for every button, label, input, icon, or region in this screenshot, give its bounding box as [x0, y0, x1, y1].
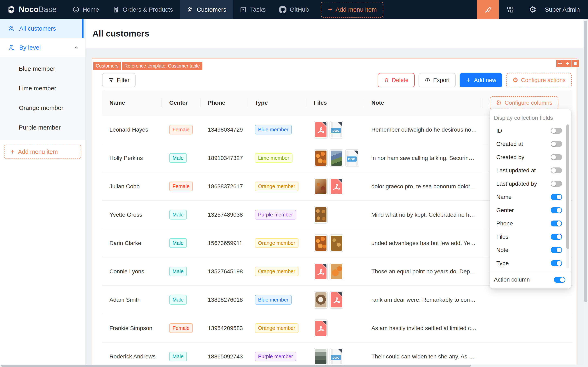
cell-files: DOC [307, 121, 364, 139]
action-column-row[interactable]: Action column [490, 271, 571, 288]
add-new-button[interactable]: Add new [460, 73, 502, 87]
table-row[interactable]: Frankie Simpson Female 13954209583 Orang… [102, 314, 572, 342]
sidebar-item-lime-member[interactable]: Lime member [0, 79, 85, 98]
user-menu[interactable]: Super Admin [544, 6, 588, 13]
trash-icon [384, 77, 389, 83]
pdf-file-icon[interactable] [330, 178, 343, 195]
settings-button[interactable] [521, 0, 544, 19]
configure-columns-button[interactable]: Configure columns [490, 96, 558, 109]
image-attachment-thumbnail[interactable] [330, 234, 343, 252]
doc-label: DOC [331, 355, 341, 360]
table-row[interactable]: Adam Smith Male 13898276018 Blue member … [102, 286, 572, 314]
nocobase-logo-icon [7, 5, 16, 14]
field-toggle[interactable] [551, 221, 562, 226]
image-attachment-thumbnail[interactable] [314, 178, 328, 195]
column-header-note[interactable]: Note [364, 90, 482, 116]
field-toggle[interactable] [551, 194, 562, 200]
cell-note: As am hastily invited settled at limited… [364, 325, 482, 332]
plus-icon [466, 77, 471, 83]
field-toggle[interactable] [551, 181, 562, 187]
nav-item-orders-products[interactable]: Orders & Products [106, 0, 180, 19]
dropdown-field-item[interactable]: Files [490, 230, 571, 243]
doc-file-icon[interactable]: DOC [330, 121, 343, 139]
column-header-files[interactable]: Files [307, 90, 364, 116]
pdf-file-icon[interactable] [314, 319, 328, 337]
field-toggle[interactable] [551, 247, 562, 253]
dropdown-field-item[interactable]: Note [490, 243, 571, 257]
nav-item-github[interactable]: GitHub [272, 0, 315, 19]
gender-tag: Male [169, 267, 187, 276]
sidebar-item-by-level[interactable]: By level [0, 38, 85, 57]
sidebar-item-blue-member[interactable]: Blue member [0, 59, 85, 79]
doc-file-icon[interactable]: DOC [330, 348, 343, 365]
dropdown-field-item[interactable]: Created at [490, 137, 571, 150]
nav-item-customers[interactable]: Customers [180, 0, 233, 19]
image-attachment-thumbnail[interactable] [314, 149, 328, 167]
pdf-file-icon[interactable] [330, 291, 343, 309]
cell-phone: 13498034729 [200, 126, 247, 133]
export-label: Export [433, 77, 450, 83]
column-header-type[interactable]: Type [247, 90, 307, 116]
add-block-icon[interactable] [564, 60, 571, 67]
pdf-file-icon[interactable] [314, 121, 328, 139]
doc-file-icon[interactable]: DOC [345, 149, 359, 167]
cell-name: Yvette Gross [102, 212, 162, 218]
image-attachment-thumbnail[interactable] [314, 348, 328, 365]
cell-name: Leonard Hayes [102, 126, 162, 133]
filter-button[interactable]: Filter [102, 73, 136, 87]
block-menu-icon[interactable] [571, 60, 579, 67]
type-tag: Orange member [255, 182, 298, 191]
image-attachment-thumbnail[interactable] [330, 263, 343, 280]
sidebar-item-orange-member[interactable]: Orange member [0, 98, 85, 118]
highlighter-icon [484, 6, 492, 14]
field-toggle[interactable] [551, 207, 562, 213]
dropdown-field-item[interactable]: Name [490, 190, 571, 204]
pdf-file-icon[interactable] [314, 263, 328, 280]
table-row[interactable]: Roderick Andrews Male 18865092743 Purple… [102, 342, 572, 367]
column-header-genter[interactable]: Genter [162, 90, 200, 116]
nav-item-home[interactable]: Home [66, 0, 106, 19]
dropdown-title: Display collection fields [490, 109, 571, 124]
drag-handle-icon[interactable] [556, 60, 564, 67]
dropdown-field-item[interactable]: Last updated at [490, 164, 571, 177]
check-square-icon [240, 6, 247, 13]
field-toggle[interactable] [551, 234, 562, 240]
field-toggle[interactable] [551, 154, 562, 160]
column-header-name[interactable]: Name [102, 90, 162, 116]
type-tag: Blue member [255, 125, 292, 134]
vertical-scrollbar-thumb[interactable] [584, 21, 587, 302]
image-attachment-thumbnail[interactable] [314, 234, 328, 252]
nocobase-logo[interactable]: NocoBase [0, 5, 66, 14]
action-column-toggle[interactable] [554, 277, 565, 283]
dropdown-field-item[interactable]: Last updated by [490, 177, 571, 190]
horizontal-scrollbar-thumb[interactable] [1, 365, 471, 367]
field-toggle[interactable] [551, 128, 562, 134]
column-header-phone[interactable]: Phone [200, 90, 247, 116]
dropdown-scrollbar-thumb[interactable] [566, 125, 569, 249]
delete-button[interactable]: Delete [378, 73, 415, 87]
dropdown-field-item[interactable]: Type [490, 257, 571, 270]
page-horizontal-scrollbar [0, 365, 588, 367]
plugin-manager-button[interactable] [499, 0, 521, 19]
sidebar-submenu-by-level: Blue member Lime member Orange member Pu… [0, 57, 85, 140]
template-tag: Reference template: Customer table [122, 62, 202, 70]
customers-icon [186, 6, 193, 13]
export-button[interactable]: Export [418, 73, 456, 87]
image-attachment-thumbnail[interactable] [330, 149, 343, 167]
dropdown-field-item[interactable]: ID [490, 124, 571, 137]
configure-actions-button[interactable]: Configure actions [506, 73, 572, 87]
field-toggle[interactable] [551, 141, 562, 147]
dropdown-field-item[interactable]: Phone [490, 217, 571, 230]
sidebar-item-all-customers[interactable]: All customers [0, 19, 85, 38]
field-toggle[interactable] [551, 260, 562, 266]
nav-add-menu-item-button[interactable]: Add menu item [321, 2, 383, 17]
image-attachment-thumbnail[interactable] [314, 291, 328, 309]
image-attachment-thumbnail[interactable] [314, 206, 328, 224]
field-toggle[interactable] [551, 167, 562, 173]
nav-item-tasks[interactable]: Tasks [233, 0, 272, 19]
sidebar-add-menu-item-button[interactable]: Add menu item [4, 145, 81, 159]
dropdown-field-item[interactable]: Created by [490, 150, 571, 164]
sidebar-item-purple-member[interactable]: Purple member [0, 118, 85, 137]
dropdown-field-item[interactable]: Genter [490, 204, 571, 217]
ui-editor-button[interactable] [477, 0, 499, 19]
